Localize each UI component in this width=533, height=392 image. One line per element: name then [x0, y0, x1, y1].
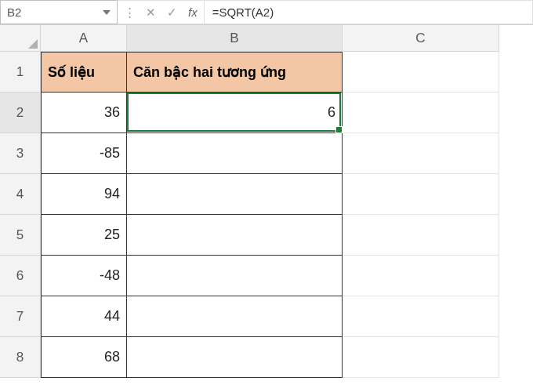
cell-A7[interactable]: 44 [41, 296, 127, 337]
spreadsheet-grid[interactable]: A B C 1 Số liệu Căn bậc hai tương ứng 2 … [0, 25, 533, 378]
name-box[interactable]: B2 [0, 0, 118, 24]
cell-A4[interactable]: 94 [41, 174, 127, 215]
col-header-A[interactable]: A [41, 25, 127, 52]
formula-bar: B2 ⋮ ✕ ✓ fx =SQRT(A2) [0, 0, 533, 25]
cell-C3[interactable] [343, 133, 499, 174]
row-header[interactable]: 5 [0, 215, 41, 256]
cell-B6[interactable] [127, 256, 343, 296]
row-header[interactable]: 4 [0, 174, 41, 215]
cell-A3[interactable]: -85 [41, 133, 127, 174]
fx-icon[interactable]: fx [188, 5, 198, 19]
cell-B4[interactable] [127, 174, 343, 215]
cell-C2[interactable] [343, 93, 499, 133]
cell-C4[interactable] [343, 174, 499, 215]
row-header[interactable]: 3 [0, 133, 41, 174]
cell-A6[interactable]: -48 [41, 256, 127, 296]
row-header[interactable]: 6 [0, 256, 41, 296]
name-box-dropdown-icon[interactable] [103, 10, 111, 15]
col-header-C[interactable]: C [343, 25, 499, 52]
cell-C5[interactable] [343, 215, 499, 256]
enter-icon[interactable]: ✓ [167, 5, 177, 20]
cell-C1[interactable] [343, 52, 499, 93]
row-header[interactable]: 8 [0, 337, 41, 378]
row-header[interactable]: 1 [0, 52, 41, 93]
select-all-corner[interactable] [0, 25, 41, 52]
cell-C8[interactable] [343, 337, 499, 378]
formula-input[interactable]: =SQRT(A2) [204, 0, 533, 24]
col-header-B[interactable]: B [127, 25, 343, 52]
cell-B3[interactable] [127, 133, 343, 174]
cell-C7[interactable] [343, 296, 499, 337]
cell-B2[interactable]: 6 [127, 93, 343, 133]
expand-icon[interactable]: ⋮ [124, 5, 135, 20]
cell-A8[interactable]: 68 [41, 337, 127, 378]
cell-B1[interactable]: Căn bậc hai tương ứng [127, 52, 343, 93]
cell-A1[interactable]: Số liệu [41, 52, 127, 93]
cell-A5[interactable]: 25 [41, 215, 127, 256]
row-header[interactable]: 7 [0, 296, 41, 337]
cell-B5[interactable] [127, 215, 343, 256]
cell-B8[interactable] [127, 337, 343, 378]
cell-C6[interactable] [343, 256, 499, 296]
name-box-value: B2 [7, 5, 21, 19]
cell-B7[interactable] [127, 296, 343, 337]
formula-bar-buttons: ⋮ ✕ ✓ fx [118, 0, 204, 24]
cancel-icon[interactable]: ✕ [146, 5, 156, 20]
formula-text: =SQRT(A2) [212, 5, 274, 19]
cell-A2[interactable]: 36 [41, 93, 127, 133]
row-header[interactable]: 2 [0, 93, 41, 133]
